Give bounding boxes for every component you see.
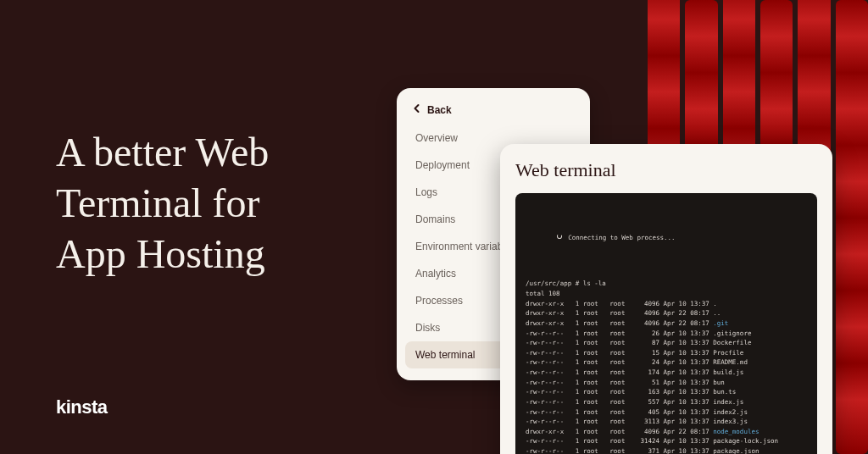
terminal-title: Web terminal: [515, 159, 817, 181]
spinner-icon: [526, 223, 563, 252]
chevron-left-icon: [412, 103, 422, 116]
svg-point-0: [558, 234, 562, 238]
terminal-status-row: Connecting to Web process...: [526, 223, 807, 252]
promo-headline: A better WebTerminal forApp Hosting: [56, 127, 269, 280]
web-terminal-card: Web terminal Connecting to Web process..…: [500, 144, 832, 454]
back-button[interactable]: Back: [405, 100, 581, 125]
terminal-status-text: Connecting to Web process...: [568, 233, 675, 243]
kinsta-logo: kinsta: [56, 396, 108, 418]
terminal-window[interactable]: Connecting to Web process... /usr/src/ap…: [515, 193, 817, 454]
back-label: Back: [427, 104, 452, 116]
terminal-output: /usr/src/app # ls -la total 108 drwxr-xr…: [526, 279, 807, 454]
